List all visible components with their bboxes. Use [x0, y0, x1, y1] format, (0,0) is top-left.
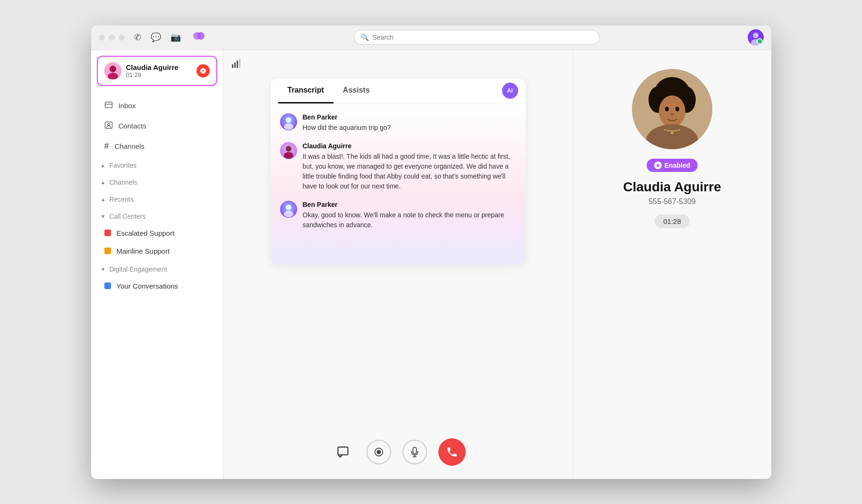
app-window: ✆ 💬 📷 🔍 — [91, 26, 771, 479]
svg-point-37 — [665, 107, 669, 111]
escalated-support-icon — [104, 230, 111, 236]
record-button[interactable] — [367, 440, 391, 464]
svg-point-20 — [284, 152, 293, 159]
phone-icon[interactable]: ✆ — [134, 32, 141, 43]
svg-point-16 — [286, 117, 291, 123]
hangup-button-small[interactable] — [196, 64, 210, 77]
svg-point-10 — [107, 123, 110, 126]
call-centers-label: Call Centers — [109, 213, 145, 220]
mainline-support-label: Mainline Support — [117, 247, 170, 255]
inbox-icon — [104, 101, 113, 111]
transcript-panel: Transcript Assists Ai — [271, 78, 526, 265]
sidebar-item-channels[interactable]: # Channels — [95, 137, 219, 156]
svg-point-22 — [286, 205, 291, 210]
ai-enabled-label: Enabled — [665, 162, 690, 169]
favorites-chevron: ▲ — [101, 162, 106, 168]
recents-header[interactable]: ▲ Recents — [91, 192, 223, 207]
sidebar-nav: Inbox Contacts # Channels — [91, 92, 223, 299]
signal-icon — [231, 58, 242, 71]
message-text: It was a blast!. The kids all had a good… — [303, 152, 516, 191]
escalated-support-label: Escalated Support — [117, 229, 175, 237]
svg-rect-8 — [105, 102, 112, 108]
ai-enabled-badge: Enabled — [647, 159, 698, 172]
maximize-control[interactable] — [119, 34, 125, 41]
transfer-button[interactable] — [331, 440, 355, 464]
sidebar-item-contacts[interactable]: Contacts — [95, 116, 219, 136]
sidebar-item-your-conversations[interactable]: Your Conversations — [95, 277, 219, 295]
contact-call-timer: 01:28 — [655, 214, 690, 228]
sender-name: Ben Parker — [303, 201, 516, 208]
svg-marker-41 — [656, 163, 660, 167]
user-avatar[interactable] — [748, 29, 764, 45]
right-panel: Enabled Claudia Aguirre 555-567-5309 01:… — [573, 50, 771, 479]
your-conversations-label: Your Conversations — [117, 282, 178, 290]
search-input[interactable] — [373, 34, 592, 41]
svg-point-17 — [284, 123, 293, 130]
channels-icon: # — [104, 141, 109, 151]
main-content: Claudia Aguirre 01:28 — [91, 50, 771, 479]
tab-transcript[interactable]: Transcript — [278, 78, 333, 103]
svg-point-1 — [197, 32, 205, 40]
favorites-label: Favorites — [109, 162, 137, 169]
contact-name: Claudia Aguirre — [623, 179, 721, 195]
svg-rect-11 — [232, 64, 233, 68]
active-call-card[interactable]: Claudia Aguirre 01:28 — [97, 56, 217, 86]
call-centers-header[interactable]: ▼ Call Centers — [91, 209, 223, 224]
sidebar-item-mainline-support[interactable]: Mainline Support — [95, 242, 219, 260]
message-text: Okay, good to know. We'll make a note to… — [303, 210, 516, 230]
inbox-label: Inbox — [119, 102, 136, 110]
svg-rect-13 — [237, 60, 238, 68]
sidebar: Claudia Aguirre 01:28 — [91, 50, 223, 479]
contact-phone: 555-567-5309 — [649, 197, 696, 206]
hangup-main-button[interactable] — [438, 438, 466, 466]
svg-point-40 — [671, 131, 674, 134]
call-centers-chevron: ▼ — [101, 214, 106, 219]
svg-point-39 — [670, 113, 674, 116]
call-duration: 01:28 — [126, 71, 192, 78]
tabs-header: Transcript Assists Ai — [271, 78, 526, 104]
contact-photo — [632, 69, 712, 149]
ai-label: Ai — [507, 87, 513, 94]
minimize-control[interactable] — [109, 34, 115, 41]
channels-section-chevron: ▲ — [101, 179, 106, 185]
contacts-label: Contacts — [119, 122, 146, 130]
message-content: Claudia Aguirre It was a blast!. The kid… — [303, 142, 516, 191]
mainline-support-icon — [104, 248, 111, 254]
sender-name: Ben Parker — [303, 113, 516, 121]
svg-point-23 — [284, 211, 293, 217]
ai-button[interactable]: Ai — [502, 83, 518, 99]
app-logo — [192, 29, 205, 45]
call-controls — [223, 425, 573, 479]
sidebar-item-inbox[interactable]: Inbox — [95, 96, 219, 116]
video-icon[interactable]: 📷 — [171, 32, 181, 43]
digital-engagement-label: Digital Engagement — [109, 265, 167, 273]
active-call-info: Claudia Aguirre 01:28 — [126, 63, 192, 78]
channels-section-label: Channels — [109, 179, 137, 186]
search-bar[interactable]: 🔍 — [354, 30, 599, 45]
claudia-avatar — [280, 142, 297, 159]
message-row: Ben Parker How did the aquarium trip go? — [280, 113, 516, 133]
svg-point-35 — [659, 95, 685, 128]
digital-engagement-chevron: ▼ — [101, 266, 106, 272]
message-content: Ben Parker Okay, good to know. We'll mak… — [303, 201, 516, 230]
sidebar-item-escalated-support[interactable]: Escalated Support — [95, 224, 219, 242]
digital-engagement-header[interactable]: ▼ Digital Engagement — [91, 262, 223, 277]
channels-label: Channels — [115, 142, 145, 150]
recents-label: Recents — [109, 196, 133, 203]
svg-point-38 — [675, 107, 679, 111]
close-control[interactable] — [99, 34, 105, 41]
channels-header[interactable]: ▲ Channels — [91, 175, 223, 190]
tab-assists[interactable]: Assists — [333, 78, 379, 103]
title-bar: ✆ 💬 📷 🔍 — [91, 26, 771, 50]
ben-avatar — [280, 113, 297, 130]
svg-rect-24 — [338, 447, 348, 454]
window-controls — [99, 34, 125, 41]
caller-avatar — [104, 62, 121, 79]
chat-icon[interactable]: 💬 — [151, 32, 161, 43]
title-bar-icons: ✆ 💬 📷 — [134, 32, 181, 43]
recents-chevron: ▲ — [101, 196, 106, 202]
mute-button[interactable] — [402, 440, 427, 464]
svg-rect-12 — [234, 62, 236, 68]
message-text: How did the aquarium trip go? — [303, 123, 516, 133]
favorites-header[interactable]: ▲ Favorites — [91, 158, 223, 173]
